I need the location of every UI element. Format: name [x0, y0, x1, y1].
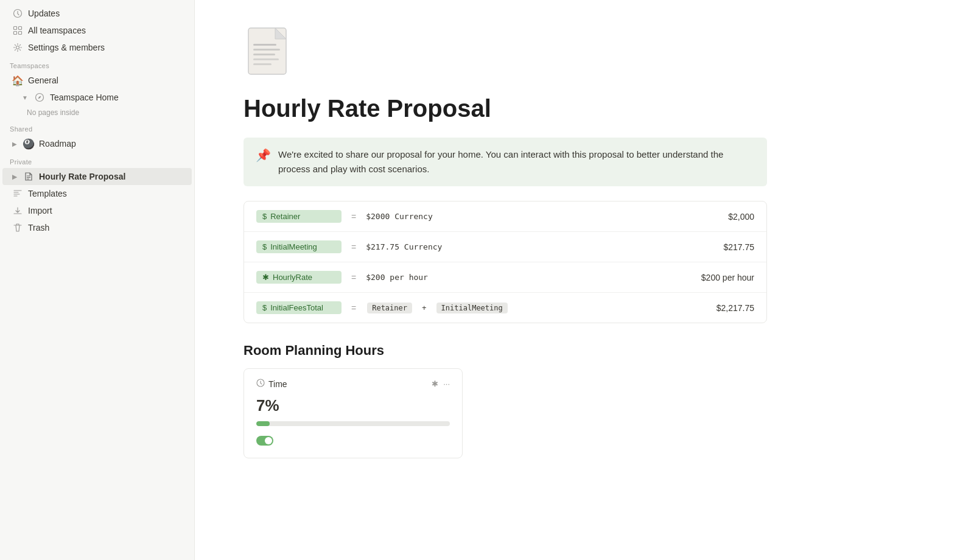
- chevron-right-icon-2: ▶: [12, 173, 17, 180]
- svg-rect-14: [253, 58, 279, 60]
- tag-hourly-rate[interactable]: ✱ HourlyRate: [256, 271, 342, 284]
- sidebar-item-settings[interactable]: Settings & members: [2, 39, 192, 56]
- dollar-icon-2: $: [262, 242, 267, 251]
- equals-2: =: [351, 242, 356, 252]
- time-value: 7%: [256, 396, 450, 415]
- initial-fees-total-result: $2,217.75: [716, 303, 754, 313]
- progress-toggle-wrapper: [256, 431, 450, 448]
- equals-3: =: [351, 273, 356, 282]
- no-pages-label: No pages inside: [0, 106, 194, 119]
- svg-rect-3: [14, 32, 17, 35]
- updates-label: Updates: [28, 9, 60, 18]
- compass-icon: [34, 92, 45, 103]
- chip-retainer: Retainer: [367, 303, 412, 313]
- roadmap-icon: 🎱: [23, 138, 34, 149]
- callout-block: 📌 We're excited to share our proposal fo…: [244, 138, 767, 186]
- chevron-right-icon: ▶: [12, 141, 17, 147]
- roadmap-label: Roadmap: [39, 139, 76, 149]
- formula-table: $ Retainer = $2000 Currency $2,000 $ Ini…: [244, 201, 767, 323]
- hourly-rate-name: HourlyRate: [273, 273, 312, 282]
- general-label: General: [28, 75, 58, 85]
- gear-icon: [12, 42, 23, 53]
- sidebar-item-trash[interactable]: Trash: [2, 219, 192, 236]
- trash-label: Trash: [28, 223, 49, 233]
- teamspace-home-label: Teamspace Home: [50, 93, 119, 102]
- time-label: Time: [268, 379, 287, 389]
- equals-4: =: [351, 303, 356, 313]
- plus-sign: +: [422, 303, 427, 312]
- sidebar-item-teamspace-home[interactable]: ▼ Teamspace Home: [2, 89, 192, 106]
- all-teamspaces-label: All teamspaces: [28, 26, 86, 35]
- more-action-icon[interactable]: ···: [443, 379, 450, 388]
- sidebar-item-import[interactable]: Import: [2, 202, 192, 219]
- private-section: Private: [0, 152, 194, 168]
- retainer-name: Retainer: [270, 212, 300, 221]
- svg-rect-12: [253, 49, 280, 51]
- asterisk-action-icon[interactable]: ✱: [432, 379, 438, 388]
- hourly-rate-value: $200 per hour: [366, 273, 428, 282]
- initial-fees-total-name: InitialFeesTotal: [270, 303, 323, 312]
- callout-icon: 📌: [256, 148, 271, 163]
- teamspaces-section: Teamspaces: [0, 56, 194, 72]
- chip-initial-meeting: InitialMeeting: [436, 303, 508, 313]
- time-card: Time ✱ ··· 7%: [244, 368, 463, 458]
- dollar-icon-3: $: [262, 303, 267, 312]
- formula-row-initial-meeting: $ InitialMeeting = $217.75 Currency $217…: [244, 232, 766, 262]
- document-icon: [23, 171, 34, 182]
- svg-rect-15: [253, 63, 272, 65]
- room-planning-heading: Room Planning Hours: [244, 343, 925, 359]
- sidebar-item-general[interactable]: 🏠 General: [2, 72, 192, 89]
- hourly-rate-label: Hourly Rate Proposal: [39, 172, 125, 181]
- svg-rect-1: [14, 27, 17, 30]
- callout-text: We're excited to share our proposal for …: [278, 147, 755, 177]
- svg-rect-11: [253, 44, 276, 46]
- teamspaces-icon: [12, 25, 23, 36]
- progress-bar-track: [256, 421, 450, 426]
- svg-rect-2: [19, 27, 22, 30]
- page-icon-wrapper: [244, 24, 925, 82]
- tag-retainer[interactable]: $ Retainer: [256, 210, 342, 223]
- time-card-header: Time ✱ ···: [256, 379, 450, 389]
- sidebar-item-all-teamspaces[interactable]: All teamspaces: [2, 22, 192, 39]
- fire-icon: 🏠: [12, 75, 23, 86]
- formula-row-retainer: $ Retainer = $2000 Currency $2,000: [244, 201, 766, 232]
- tag-initial-meeting[interactable]: $ InitialMeeting: [256, 240, 342, 253]
- svg-rect-4: [19, 32, 22, 35]
- asterisk-icon: ✱: [262, 273, 269, 282]
- svg-rect-13: [253, 54, 275, 55]
- tag-initial-fees-total[interactable]: $ InitialFeesTotal: [256, 301, 342, 314]
- progress-bar-fill: [256, 421, 270, 426]
- sidebar-item-updates[interactable]: Updates: [2, 5, 192, 22]
- trash-icon: [12, 222, 23, 233]
- initial-meeting-value: $217.75 Currency: [366, 242, 442, 251]
- formula-row-initial-fees-total: $ InitialFeesTotal = Retainer + InitialM…: [244, 293, 766, 323]
- time-card-label: Time: [256, 379, 287, 389]
- svg-point-5: [16, 46, 19, 49]
- sidebar-item-templates[interactable]: Templates: [2, 185, 192, 202]
- clock-icon: [256, 379, 265, 389]
- shared-section: Shared: [0, 119, 194, 135]
- initial-meeting-result: $217.75: [723, 242, 754, 252]
- formula-row-hourly-rate: ✱ HourlyRate = $200 per hour $200 per ho…: [244, 262, 766, 293]
- progress-toggle[interactable]: [256, 436, 273, 446]
- page-title: Hourly Rate Proposal: [244, 94, 925, 123]
- chevron-icon: ▼: [22, 94, 28, 101]
- sidebar-item-roadmap[interactable]: ▶ 🎱 Roadmap: [2, 135, 192, 152]
- retainer-value: $2000 Currency: [366, 212, 433, 221]
- hourly-rate-result: $200 per hour: [701, 273, 754, 282]
- page-icon: [244, 24, 298, 79]
- templates-label: Templates: [28, 189, 67, 198]
- sidebar: Updates All teamspaces Settings & member…: [0, 0, 195, 560]
- settings-label: Settings & members: [28, 43, 105, 52]
- templates-icon: [12, 188, 23, 199]
- main-content: Hourly Rate Proposal 📌 We're excited to …: [195, 0, 974, 560]
- dollar-icon: $: [262, 212, 267, 221]
- updates-icon: [12, 8, 23, 19]
- import-icon: [12, 205, 23, 216]
- sidebar-item-hourly-rate[interactable]: ▶ Hourly Rate Proposal: [2, 168, 192, 185]
- import-label: Import: [28, 206, 52, 215]
- retainer-result: $2,000: [728, 212, 754, 222]
- time-card-actions: ✱ ···: [432, 379, 450, 388]
- initial-meeting-name: InitialMeeting: [270, 242, 317, 251]
- equals-1: =: [351, 212, 356, 222]
